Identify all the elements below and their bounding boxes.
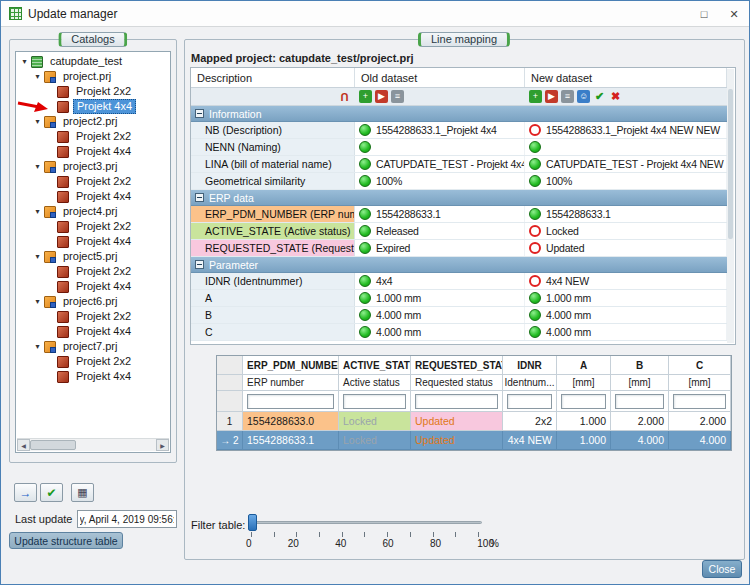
scroll-right-icon[interactable]: ▶ [156, 439, 169, 451]
catalog-icon [31, 56, 43, 68]
expander-icon[interactable]: ▾ [32, 207, 43, 216]
mapping-row[interactable]: NB (Description)1554288633.1_Projekt 4x4… [191, 122, 727, 139]
close-window-button[interactable]: ✕ [719, 1, 749, 27]
mapping-vertical-scrollbar[interactable] [727, 69, 734, 343]
old-value: 4.000 mm [355, 324, 525, 340]
column-header[interactable]: A [557, 356, 611, 375]
section-header[interactable]: Parameter [191, 257, 727, 273]
slider-handle[interactable] [248, 514, 257, 531]
tree-item[interactable]: Projekt 4x4 [16, 324, 170, 339]
tree-item[interactable]: ▾project.prj [16, 69, 170, 84]
scrollbar-track[interactable] [30, 439, 156, 451]
mapping-row[interactable]: C4.000 mm4.000 mm [191, 324, 727, 341]
last-update-field[interactable] [77, 510, 177, 528]
part-icon [57, 131, 69, 143]
update-structure-table-button[interactable]: Update structure table [9, 532, 123, 549]
maximize-button[interactable]: □ [689, 1, 719, 27]
table-row[interactable]: → 21554288633.1LockedUpdated4x4 NEW1.000… [217, 431, 731, 450]
tree-item[interactable]: Projekt 2x2 [16, 174, 170, 189]
column-header[interactable]: REQUESTED_STATE [411, 356, 503, 375]
tree-item-label: Projekt 2x2 [73, 130, 134, 143]
column-filter-input[interactable] [247, 394, 334, 409]
transfer-button[interactable]: → [14, 483, 37, 502]
collapse-icon[interactable] [195, 260, 204, 269]
column-header[interactable]: C [669, 356, 731, 375]
section-header[interactable]: ERP data [191, 190, 727, 206]
column-header[interactable]: IDNR [503, 356, 557, 375]
mapping-row[interactable]: A1.000 mm1.000 mm [191, 290, 727, 307]
expander-icon[interactable]: ▾ [32, 252, 43, 261]
tree-horizontal-scrollbar[interactable]: ◀ ▶ [17, 438, 169, 451]
column-filter-input[interactable] [673, 394, 726, 409]
tree-item[interactable]: Projekt 2x2 [16, 219, 170, 234]
column-filter-input[interactable] [415, 394, 498, 409]
column-header-new-dataset[interactable]: New dataset [525, 68, 727, 87]
column-header-description[interactable]: Description [191, 68, 355, 87]
tree-item[interactable]: Projekt 4x4 [16, 279, 170, 294]
run-update-icon[interactable]: ▶ [375, 90, 388, 103]
tree-item[interactable]: Projekt 4x4 [16, 189, 170, 204]
mapping-row[interactable]: NENN (Naming) [191, 139, 727, 156]
mapping-row[interactable]: B4.000 mm4.000 mm [191, 307, 727, 324]
mapping-row[interactable]: IDNR (Identnummer)4x44x4 NEW [191, 273, 727, 290]
mapping-row[interactable]: ACTIVE_STATE (Active status)ReleasedLock… [191, 223, 727, 240]
expander-icon[interactable]: ▾ [32, 297, 43, 306]
mapping-row[interactable]: LINA (bill of material name)CATUPDATE_TE… [191, 156, 727, 173]
mapping-row[interactable]: ERP_PDM_NUMBER (ERP number)1554288633.11… [191, 206, 727, 223]
column-filter-input[interactable] [561, 394, 606, 409]
column-header-old-dataset[interactable]: Old dataset [355, 68, 525, 87]
scrollbar-thumb[interactable] [30, 440, 76, 450]
column-header[interactable]: ERP_PDM_NUMBER [243, 356, 339, 375]
tree-item[interactable]: ▾project6.prj [16, 294, 170, 309]
table-row[interactable]: 11554288633.0LockedUpdated2x21.0002.0002… [217, 412, 731, 431]
tree-item[interactable]: ▾project2.prj [16, 114, 170, 129]
delete-icon[interactable]: ≡ [391, 90, 404, 103]
expander-icon[interactable]: ▾ [19, 57, 30, 66]
reject-icon[interactable]: ✖ [609, 90, 622, 103]
expander-icon[interactable]: ▾ [32, 72, 43, 81]
apply-button[interactable]: ✔ [40, 483, 63, 502]
column-filter-input[interactable] [343, 394, 406, 409]
column-filter-input[interactable] [615, 394, 664, 409]
find-user-icon[interactable]: ☺ [577, 90, 590, 103]
scrollbar-thumb[interactable] [728, 89, 733, 239]
section-header[interactable]: Information [191, 106, 727, 122]
mapping-row[interactable]: Geometrical similarity100%100% [191, 173, 727, 190]
tree-item[interactable]: Projekt 4x4 [16, 234, 170, 249]
add-mapping-icon[interactable]: + [359, 90, 372, 103]
close-button[interactable]: Close [702, 560, 742, 578]
tree-item[interactable]: Projekt 2x2 [16, 354, 170, 369]
run-update-icon[interactable]: ▶ [545, 90, 558, 103]
accept-icon[interactable]: ✔ [593, 90, 606, 103]
tree-item[interactable]: ▾project4.prj [16, 204, 170, 219]
tree-item[interactable]: Projekt 2x2 [16, 129, 170, 144]
tree-item[interactable]: ▾catupdate_test [16, 54, 170, 69]
tree-item[interactable]: Projekt 4x4 [16, 144, 170, 159]
column-header[interactable]: ACTIVE_STATE [339, 356, 411, 375]
add-mapping-icon[interactable]: + [529, 90, 542, 103]
tree-item[interactable]: Projekt 2x2 [16, 84, 170, 99]
tree-item[interactable]: Projekt 4x4 [16, 99, 170, 114]
old-text: Released [376, 225, 419, 237]
tree-item[interactable]: ▾project7.prj [16, 339, 170, 354]
tree-item[interactable]: ▾project3.prj [16, 159, 170, 174]
column-filter-input[interactable] [507, 394, 552, 409]
tree-item[interactable]: ▾project5.prj [16, 249, 170, 264]
scroll-left-icon[interactable]: ◀ [17, 439, 30, 451]
collapse-icon[interactable] [195, 109, 204, 118]
delete-icon[interactable]: ≡ [561, 90, 574, 103]
expander-icon[interactable]: ▾ [32, 117, 43, 126]
magnet-icon[interactable]: U [338, 90, 351, 103]
slider-track[interactable] [248, 521, 482, 524]
project-icon [44, 341, 56, 353]
tree-item[interactable]: Projekt 4x4 [16, 369, 170, 384]
expander-icon[interactable]: ▾ [32, 342, 43, 351]
column-header[interactable]: B [611, 356, 669, 375]
tree-item[interactable]: Projekt 2x2 [16, 309, 170, 324]
collapse-icon[interactable] [195, 193, 204, 202]
status-unchanged-icon [359, 158, 371, 170]
expander-icon[interactable]: ▾ [32, 162, 43, 171]
mapping-row[interactable]: REQUESTED_STATE (Requested s...ExpiredUp… [191, 240, 727, 257]
edit-table-button[interactable]: ▦ [71, 483, 94, 502]
tree-item[interactable]: Projekt 2x2 [16, 264, 170, 279]
